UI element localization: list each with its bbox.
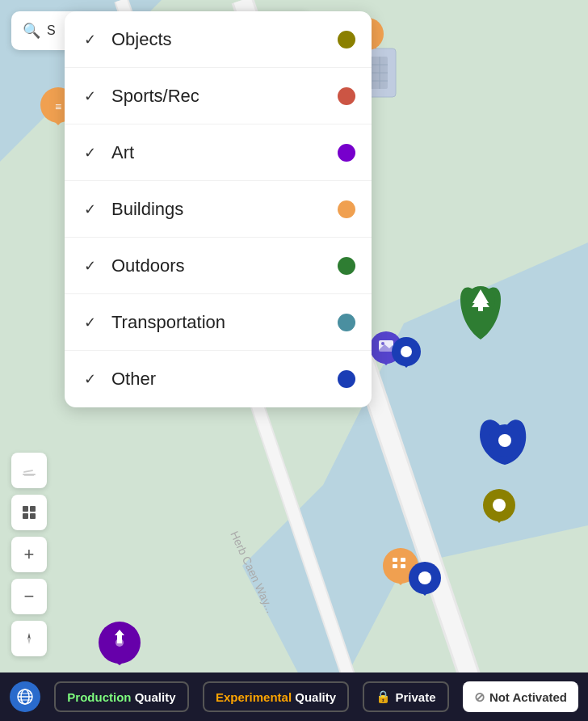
filter-item-art[interactable]: ✓ Art: [65, 124, 372, 181]
filter-item-label: Outdoors: [111, 255, 338, 276]
globe-button[interactable]: [10, 681, 40, 712]
production-quality-button[interactable]: Production Quality: [54, 681, 188, 712]
slash-icon: ⊘: [474, 689, 485, 705]
filter-item-label: Transportation: [111, 312, 338, 333]
bottom-bar: Production Quality Experimental Quality …: [0, 673, 588, 721]
filter-item-objects[interactable]: ✓ Objects: [65, 11, 372, 68]
svg-point-37: [401, 346, 412, 357]
filter-item-label: Other: [111, 369, 338, 390]
experimental-label: Experimental: [216, 690, 292, 704]
filter-dot: [338, 314, 355, 331]
check-icon: ✓: [81, 87, 99, 105]
svg-point-39: [498, 434, 511, 447]
private-button[interactable]: 🔒 Private: [363, 681, 448, 712]
check-icon: ✓: [81, 370, 99, 388]
svg-rect-58: [23, 470, 33, 473]
experimental-quality-button[interactable]: Experimental Quality: [203, 681, 349, 712]
compass-button[interactable]: [11, 621, 47, 656]
zoom-in-button[interactable]: +: [11, 537, 47, 572]
filter-item-outdoors[interactable]: ✓ Outdoors: [65, 238, 372, 294]
experimental-quality-label: Quality: [295, 690, 336, 704]
svg-point-56: [116, 639, 124, 647]
svg-rect-61: [30, 506, 36, 512]
private-label: Private: [395, 690, 435, 704]
svg-rect-47: [393, 564, 397, 568]
svg-rect-46: [401, 558, 405, 562]
svg-rect-48: [401, 564, 405, 568]
check-icon: ✓: [81, 200, 99, 218]
zoom-out-button[interactable]: −: [11, 579, 47, 614]
svg-rect-63: [30, 513, 36, 519]
svg-rect-45: [393, 558, 397, 562]
filter-dot: [338, 87, 355, 105]
check-icon: ✓: [81, 257, 99, 275]
filter-menu: ✓ Objects ✓ Sports/Rec ✓ Art ✓ Buildings…: [65, 11, 372, 407]
filter-item-label: Sports/Rec: [111, 86, 338, 107]
filter-dot: [338, 144, 355, 162]
filter-dot: [338, 257, 355, 275]
not-activated-label: Not Activated: [489, 690, 567, 704]
check-icon: ✓: [81, 314, 99, 331]
grid-button[interactable]: [11, 495, 47, 530]
filter-dot: [338, 31, 355, 48]
lock-icon: 🔒: [376, 689, 391, 704]
filter-item-label: Objects: [111, 29, 338, 50]
production-label: Production: [67, 690, 131, 704]
svg-point-42: [493, 499, 506, 512]
svg-point-33: [381, 342, 384, 345]
not-activated-button[interactable]: ⊘ Not Activated: [463, 681, 578, 712]
svg-point-51: [418, 571, 431, 584]
search-icon: 🔍: [23, 22, 40, 40]
filter-item-sports-rec[interactable]: ✓ Sports/Rec: [65, 68, 372, 124]
edit-button[interactable]: [11, 453, 47, 488]
check-icon: ✓: [81, 144, 99, 162]
check-icon: ✓: [81, 31, 99, 48]
filter-dot: [338, 200, 355, 218]
svg-rect-29: [478, 307, 483, 311]
filter-dot: [338, 370, 355, 388]
left-toolbar: + −: [11, 453, 47, 656]
svg-rect-60: [23, 506, 28, 512]
filter-item-buildings[interactable]: ✓ Buildings: [65, 181, 372, 238]
svg-text:≡: ≡: [55, 100, 61, 113]
filter-item-transportation[interactable]: ✓ Transportation: [65, 294, 372, 351]
filter-item-label: Buildings: [111, 199, 338, 220]
filter-item-other[interactable]: ✓ Other: [65, 351, 372, 407]
svg-marker-65: [27, 638, 31, 644]
filter-item-label: Art: [111, 142, 338, 163]
svg-rect-62: [23, 513, 28, 519]
production-quality-label: Quality: [135, 690, 176, 704]
